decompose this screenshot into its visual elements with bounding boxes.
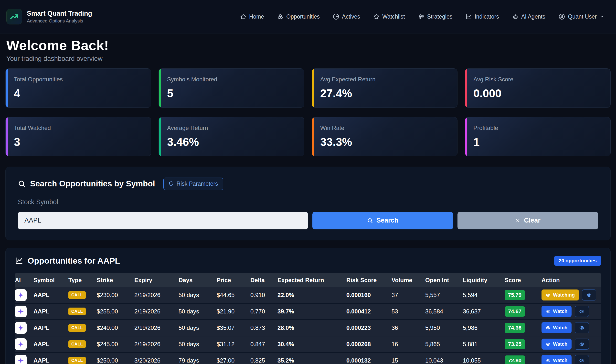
cell-score: 74.67 [505,306,541,317]
table-header-row: AI Symbol Type Strike Expiry Days Price … [15,273,601,287]
search-icon [367,218,373,223]
eye-icon [546,342,551,347]
stat-accent [312,117,314,156]
nav-links: Home Opportunities Actives Watchlist Str… [240,13,604,20]
cell-score: 75.79 [505,290,541,300]
cell-risk-score: 0.000132 [346,357,392,364]
opportunities-table-body: AAPL CALL $230.00 2/19/2026 50 days $44.… [15,287,601,364]
symbol-input[interactable] [18,212,308,229]
column-header-delta: Delta [250,277,277,284]
cell-expected-return: 35.2% [277,357,346,364]
cell-risk-score: 0.000412 [346,308,392,315]
risk-parameters-button[interactable]: Risk Parameters [163,178,223,190]
eye-icon [546,309,551,314]
cell-action: Watch [541,338,601,350]
nav-item-opportunities[interactable]: Opportunities [277,13,320,20]
stat-accent [312,69,314,107]
cell-ai [15,289,33,301]
cell-delta: 0.770 [250,308,277,315]
ai-sparkle-icon[interactable] [15,338,27,350]
view-details-button[interactable] [575,338,589,350]
opportunities-title: Opportunities for AAPL [28,256,120,266]
view-details-button[interactable] [582,289,596,300]
stat-card: Win Rate 33.3% [312,117,458,156]
stat-value: 0.000 [473,87,602,100]
stat-value: 3.46% [167,135,296,149]
cell-strike: $250.00 [97,357,134,364]
nav-item-watchlist[interactable]: Watchlist [373,13,405,20]
watch-button[interactable]: Watch [541,355,572,364]
stat-card: Profitable 1 [465,117,611,156]
cell-open-int: 5,865 [425,341,463,348]
column-header-expiry: Expiry [134,277,179,284]
watch-button[interactable]: Watch [541,322,572,333]
cell-risk-score: 0.000268 [346,341,392,348]
nav-item-ai-agents[interactable]: AI Agents [512,13,545,20]
cell-liquidity: 5,986 [463,325,505,331]
column-header-type: Type [68,277,97,284]
ai-sparkle-icon[interactable] [15,355,27,364]
user-menu[interactable]: Quant User [558,13,604,20]
nav-item-home[interactable]: Home [240,13,264,20]
watch-button[interactable]: Watching [541,289,579,300]
type-badge: CALL [68,324,86,332]
column-header-days: Days [179,277,217,284]
watch-button-label: Watching [553,292,575,298]
cell-strike: $240.00 [97,325,134,331]
view-details-button[interactable] [575,322,589,333]
view-details-button[interactable] [575,306,589,317]
page-subtitle: Your trading dashboard overview [6,55,610,63]
cell-days: 50 days [179,341,217,348]
cell-expected-return: 28.0% [277,325,346,331]
cell-risk-score: 0.000223 [346,325,392,331]
view-details-button[interactable] [575,355,589,364]
cell-expected-return: 39.7% [277,308,346,315]
user-icon [558,13,565,20]
nav-label: Watchlist [382,13,405,20]
search-button[interactable]: Search [312,212,453,229]
cell-score: 72.80 [505,355,541,364]
score-badge: 74.67 [505,306,525,317]
cell-price: $27.00 [217,357,250,364]
search-icon [18,180,26,188]
score-badge: 75.79 [505,290,525,300]
watch-button-label: Watch [553,358,567,363]
clear-button[interactable]: Clear [458,212,598,229]
cell-type: CALL [68,291,97,299]
cell-volume: 53 [392,308,425,315]
watch-button[interactable]: Watch [541,306,572,317]
watch-button[interactable]: Watch [541,338,572,350]
stat-card: Symbols Monitored 5 [158,68,304,108]
search-title: Search Opportunities by Symbol [30,179,155,188]
cell-volume: 15 [392,357,425,364]
nav-label: AI Agents [521,13,545,20]
cell-expiry: 2/19/2026 [134,308,179,315]
cell-symbol: AAPL [33,325,68,331]
cell-liquidity: 36,637 [463,308,505,315]
chevron-down-icon [599,14,604,19]
ai-sparkle-icon[interactable] [15,322,27,334]
watch-button-label: Watch [553,325,567,331]
cell-price: $21.90 [217,308,250,315]
opportunities-table: AI Symbol Type Strike Expiry Days Price … [15,273,601,364]
welcome-section: Welcome Back! Your trading dashboard ove… [0,33,616,63]
stat-label: Win Rate [320,125,449,131]
nav-item-actives[interactable]: Actives [333,13,360,20]
ai-sparkle-icon[interactable] [15,306,27,317]
chart-icon [465,13,472,20]
nav-item-strategies[interactable]: Strategies [418,13,453,20]
nav-item-indicators[interactable]: Indicators [465,13,499,20]
cell-open-int: 5,950 [425,325,463,331]
stat-accent [159,69,161,107]
cell-days: 79 days [179,357,217,364]
stat-card: Total Opportunities 4 [5,68,151,108]
column-header-price: Price [217,277,250,284]
eye-icon [546,325,551,330]
nav-label: Actives [342,13,360,20]
cell-score: 73.25 [505,339,541,349]
chart-icon [15,257,23,265]
user-name: Quant User [568,13,597,20]
stat-label: Total Opportunities [14,76,143,83]
ai-sparkle-icon[interactable] [15,289,27,301]
stat-accent [465,117,467,156]
